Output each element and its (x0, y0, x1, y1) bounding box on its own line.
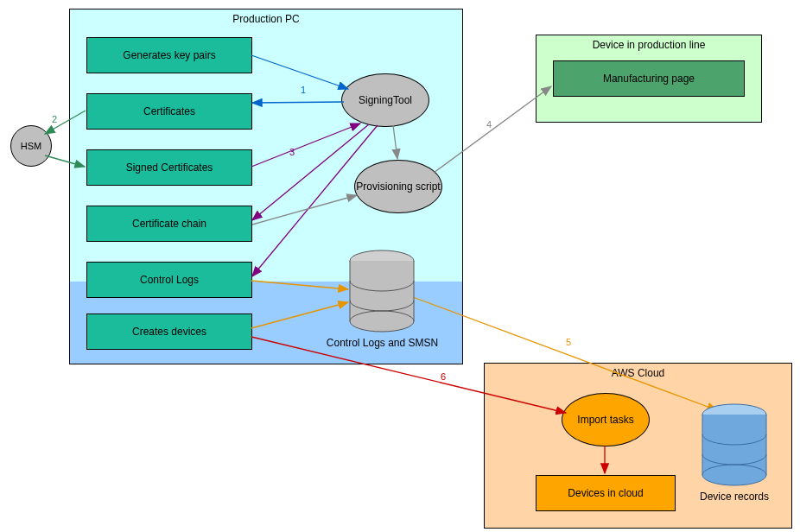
label-2: 2 (52, 114, 57, 124)
box-creates-devices: Creates devices (86, 314, 252, 350)
label-6: 6 (441, 371, 446, 382)
ellipse-provisioning: Provisioning script (354, 160, 442, 213)
box-signed-certs: Signed Certificates (86, 149, 252, 186)
box-manufacturing: Manufacturing page (553, 60, 745, 97)
ellipse-signing-tool: SigningTool (341, 73, 429, 127)
aws-cloud-title: AWS Cloud (485, 364, 791, 383)
box-cert-chain: Certificate chain (86, 206, 252, 242)
label-4: 4 (486, 119, 492, 130)
label-1: 1 (301, 85, 306, 95)
box-control-logs: Control Logs (86, 262, 252, 298)
production-pc-title: Production PC (70, 10, 462, 28)
box-key-pairs: Generates key pairs (86, 37, 252, 73)
ellipse-import-tasks: Import tasks (562, 393, 650, 446)
device-line-title: Device in production line (537, 35, 761, 54)
box-certificates: Certificates (86, 93, 252, 130)
box-devices-cloud: Devices in cloud (536, 475, 676, 511)
label-5: 5 (566, 337, 571, 347)
ellipse-hsm: HSM (10, 125, 52, 167)
diagram-canvas: Production PC Device in production line … (0, 0, 800, 532)
label-3: 3 (289, 147, 295, 157)
db-device-records-label: Device records (691, 491, 778, 503)
db-control-logs-label: Control Logs and SMSN (320, 337, 445, 349)
